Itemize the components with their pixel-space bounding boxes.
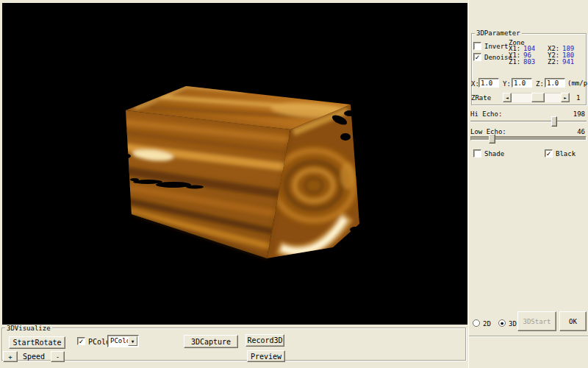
scroll-right-icon: ► [564, 95, 567, 100]
pcolor-checkbox[interactable]: ✓ [77, 337, 85, 345]
invert-checkbox[interactable] [473, 42, 481, 50]
chevron-down-icon: ▼ [132, 339, 135, 344]
x-scale-input[interactable] [478, 78, 499, 88]
invert-label: Invert [484, 43, 509, 50]
black-label: Black [556, 150, 576, 158]
shade-label: Shade [484, 150, 504, 158]
y-scale-label: Y: [503, 80, 511, 88]
denoise-checkbox[interactable]: ✓ [473, 53, 481, 61]
zone-row-z: Z1: 803 Z2: 941 [509, 59, 583, 66]
low-echo-slider[interactable] [470, 133, 587, 144]
scroll-right-button[interactable]: ► [561, 93, 570, 102]
zone-z1-label: Z1: [509, 59, 523, 66]
y-scale-input[interactable] [512, 78, 532, 88]
application-window: { "icons": { "check": "✓", "radio_dot": … [0, 0, 588, 368]
start-3d-button[interactable]: 3DStart [517, 311, 556, 331]
mode-2d-radio[interactable] [473, 319, 480, 327]
parameter-groupbox-title: 3DParameter [475, 29, 522, 37]
scale-unit-label: (mm/p) [567, 79, 588, 87]
start-rotate-button-label: StartRotate [12, 339, 61, 347]
visualize-groupbox-title: 3DVisualize [5, 325, 52, 332]
hi-echo-thumb[interactable] [551, 116, 557, 127]
render-viewport[interactable] [2, 3, 467, 325]
zone-values: X1: 104 X2: 189 Y1: 96 Y2: 180 Z1: 803 Z… [509, 46, 583, 66]
check-icon: ✓ [79, 337, 83, 345]
panel-separator [469, 336, 588, 337]
preview-button[interactable]: Preview [247, 350, 285, 362]
start-3d-button-label: 3DStart [523, 318, 551, 325]
mode-2d-label: 2D [483, 320, 491, 328]
record-3d-button-label: Record3D [247, 336, 282, 344]
preview-button-label: Preview [251, 353, 282, 361]
ok-button-label: OK [569, 318, 577, 325]
capture-3d-button-label: 3DCapture [191, 338, 231, 346]
z-scale-input[interactable] [545, 78, 565, 88]
shade-checkbox[interactable] [473, 149, 481, 158]
plus-icon: + [8, 353, 12, 361]
capture-3d-button[interactable]: 3DCapture [184, 335, 238, 348]
mode-3d-label: 3D [509, 320, 517, 328]
z-scale-label: Z: [536, 80, 544, 88]
check-icon: ✓ [475, 53, 479, 61]
speed-minus-button[interactable]: - [51, 351, 65, 362]
speed-plus-button[interactable]: + [3, 351, 18, 362]
low-echo-track[interactable] [470, 136, 587, 141]
hi-echo-track[interactable] [470, 121, 587, 122]
check-icon: ✓ [546, 149, 551, 158]
zone-z2-label: Z2: [548, 59, 562, 66]
minus-icon: - [56, 353, 60, 361]
zrate-scrollbar[interactable]: ◄ ► [503, 93, 570, 102]
pcolor-dropdown[interactable]: PColor ▼ [107, 335, 139, 347]
zone-z1-value: 803 [523, 59, 548, 66]
pcolor-dropdown-button[interactable]: ▼ [128, 336, 137, 346]
mode-3d-radio[interactable]: ● [498, 319, 506, 327]
ok-button[interactable]: OK [559, 311, 587, 331]
parameter-panel: 3DParameter Invert ✓ Denoise Zone X1: 10… [468, 0, 588, 368]
zrate-label: ZRate [471, 94, 491, 102]
zrate-scrollbar-thumb[interactable] [531, 93, 545, 102]
start-rotate-button[interactable]: StartRotate [9, 336, 65, 349]
radio-dot-icon: ● [499, 320, 505, 326]
record-3d-button[interactable]: Record3D [245, 334, 284, 347]
speed-label: Speed [23, 353, 45, 361]
black-checkbox[interactable]: ✓ [545, 149, 553, 158]
hi-echo-slider[interactable] [470, 116, 587, 127]
zrate-value: 1 [576, 94, 580, 102]
volume-render [2, 3, 467, 325]
low-echo-thumb[interactable] [489, 134, 495, 144]
visualize-panel: 3DVisualize StartRotate + Speed - ✓ PCol… [0, 325, 468, 368]
scroll-left-button[interactable]: ◄ [503, 93, 512, 102]
scroll-left-icon: ◄ [506, 95, 509, 100]
zone-z2-value: 941 [562, 59, 583, 66]
